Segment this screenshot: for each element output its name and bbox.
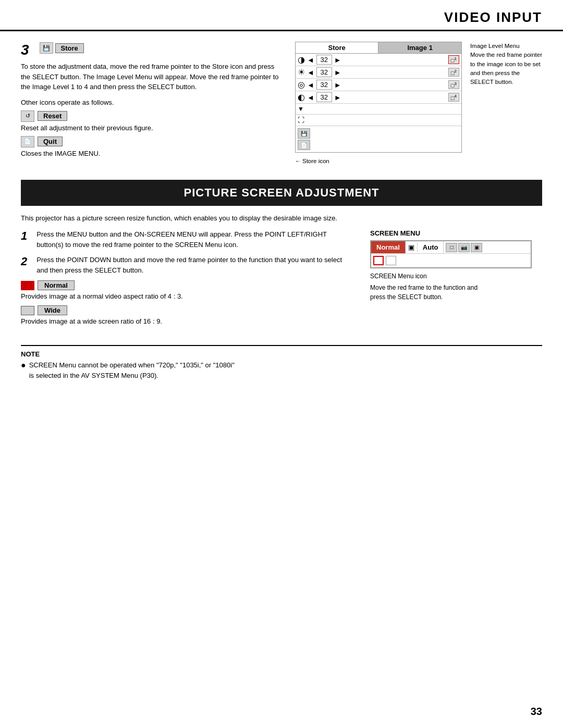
screen-sq-2: [386, 256, 396, 265]
normal-mode-label: Normal: [38, 280, 75, 290]
psa-right: SCREEN MENU Normal ▣ Auto □ 📷 ▣: [370, 229, 542, 329]
arrow-left-4: ◄: [307, 93, 314, 102]
screen-menu-icon-label: SCREEN Menu icon: [370, 272, 542, 281]
wide-mode-row: Wide: [21, 305, 354, 315]
image-menu-down-row: ▼: [296, 104, 461, 115]
bottom-icon-store: 💾: [298, 128, 310, 139]
quit-icon: 📄: [21, 136, 34, 147]
arrow-right-1: ►: [334, 56, 341, 64]
arrow-left-1: ◄: [307, 56, 314, 64]
image-menu-annotation: Image Level MenuMove the red frame point…: [470, 42, 542, 87]
psa-section: PICTURE SCREEN ADJUSTMENT This projector…: [21, 180, 542, 329]
step2-number: 2: [21, 256, 27, 275]
page-header: VIDEO INPUT: [0, 0, 563, 31]
image-menu-area: Store Image 1 ◑ ◄ 32 ► □1 ☀ ◄: [295, 42, 542, 164]
store-icon-annotation: ← Store icon: [295, 158, 462, 164]
color-icon: ◎: [298, 80, 305, 90]
screen-icon-c: ▣: [471, 243, 482, 252]
image-menu-header: Store Image 1: [296, 42, 461, 54]
note-bullet: ●: [21, 360, 26, 370]
image-menu-diagram: Store Image 1 ◑ ◄ 32 ► □1 ☀ ◄: [295, 42, 462, 153]
img-icon-4: □4: [448, 93, 459, 102]
store-icon: 💾: [40, 42, 53, 54]
wide-mode-desc: Provides image at a wide screen ratio of…: [21, 317, 354, 325]
screen-menu-row1: Normal ▣ Auto □ 📷 ▣: [371, 241, 531, 254]
step3-number: 3: [21, 43, 29, 57]
step2-row: 2 Press the POINT DOWN button and move t…: [21, 255, 354, 275]
img-icon-3: □3: [448, 80, 459, 90]
image-menu-annotation-text: Image Level MenuMove the red frame point…: [470, 42, 542, 87]
screen-auto-cell: Auto: [418, 241, 444, 253]
wide-mode-icon: [21, 306, 34, 315]
arrow-right-4: ►: [334, 93, 341, 102]
quit-desc: Closes the IMAGE MENU.: [21, 150, 279, 157]
image-menu-row-2: ☀ ◄ 32 ► □2: [296, 66, 461, 79]
note-item: ● SCREEN Menu cannot be operated when "7…: [21, 360, 542, 380]
psa-title: PICTURE SCREEN ADJUSTMENT: [21, 180, 542, 206]
reset-desc: Reset all adjustment to their previous f…: [21, 124, 279, 132]
img-icon-2: □2: [448, 68, 459, 77]
image-menu-bottom-icons: 💾 📄: [296, 126, 461, 152]
normal-mode-row: Normal: [21, 280, 354, 290]
screen-sq-1: [373, 256, 384, 265]
section-store: 3 💾 Store To store the adjustment data, …: [21, 42, 542, 164]
page-number: 33: [531, 706, 542, 718]
step2-text: Press the POINT DOWN button and move the…: [36, 255, 354, 275]
image-menu-store-header: Store: [296, 42, 379, 53]
tint-icon: ◐: [298, 92, 305, 102]
img-icon-1: □1: [448, 55, 459, 65]
screen-menu-desc-label: Move the red frame to the function andpr…: [370, 283, 542, 302]
normal-mode-icon: [21, 281, 34, 290]
psa-left: 1 Press the MENU button and the ON-SCREE…: [21, 229, 354, 329]
quit-row: 📄 Quit: [21, 136, 279, 147]
quit-label: Quit: [38, 137, 63, 146]
value-2: 32: [316, 67, 332, 77]
arrow-left-3: ◄: [307, 81, 314, 89]
screen-icon-cells: □ 📷 ▣: [444, 242, 484, 253]
note-section: NOTE ● SCREEN Menu cannot be operated wh…: [21, 345, 542, 380]
page-title: VIDEO INPUT: [21, 9, 542, 26]
step3-text: To store the adjustment data, move the r…: [21, 61, 279, 92]
bottom-icon-extra: 📄: [298, 140, 310, 150]
image-menu-diagram-wrapper: Store Image 1 ◑ ◄ 32 ► □1 ☀ ◄: [295, 42, 462, 164]
value-1: 32: [316, 55, 332, 65]
bottom-icon-row-1: 💾: [298, 128, 459, 139]
image-menu-image-header: Image 1: [378, 42, 461, 53]
psa-body: 1 Press the MENU button and the ON-SCREE…: [21, 229, 542, 329]
note-text: SCREEN Menu cannot be operated when "720…: [29, 360, 235, 380]
screen-menu-annotations: SCREEN Menu icon Move the red frame to t…: [370, 272, 542, 302]
reset-label: Reset: [38, 111, 67, 121]
value-4: 32: [316, 92, 332, 102]
store-instructions: 3 💾 Store To store the adjustment data, …: [21, 42, 279, 164]
arrow-pointing-store: ←: [295, 158, 302, 164]
store-icon-label-row: 💾 Store: [40, 42, 84, 54]
image-menu-row-1: ◑ ◄ 32 ► □1: [296, 54, 461, 66]
step1-row: 1 Press the MENU button and the ON-SCREE…: [21, 229, 354, 250]
psa-intro: This projector has a picture screen resi…: [21, 214, 542, 222]
normal-mode-desc: Provides image at a normal video aspect …: [21, 292, 354, 300]
image-menu-sharp-row: ⛶: [296, 115, 461, 126]
arrow-left-2: ◄: [307, 68, 314, 77]
image-menu-row-3: ◎ ◄ 32 ► □3: [296, 79, 461, 91]
value-3: 32: [316, 80, 332, 90]
screen-menu-label: SCREEN MENU: [370, 229, 542, 237]
reset-row: ↺ Reset: [21, 110, 279, 122]
brightness-icon: ☀: [298, 67, 305, 77]
step1-text: Press the MENU button and the ON-SCREEN …: [36, 229, 354, 250]
screen-menu-row2: [371, 254, 531, 267]
contrast-icon: ◑: [298, 55, 305, 65]
step1-number: 1: [21, 230, 27, 250]
screen-expand-icon: ▣: [406, 242, 418, 252]
reset-icon: ↺: [21, 110, 34, 122]
screen-normal-cell: Normal: [371, 241, 406, 253]
store-icon-text: Store icon: [302, 158, 329, 164]
note-title: NOTE: [21, 350, 542, 358]
down-arrow-icon: ▼: [298, 105, 304, 113]
screen-icon-a: □: [446, 243, 457, 252]
sharpness-icon: ⛶: [298, 116, 304, 124]
arrow-right-2: ►: [334, 68, 341, 77]
arrow-right-3: ►: [334, 81, 341, 89]
other-icons-text: Other icons operate as follows.: [21, 98, 279, 106]
bottom-icon-row-2: 📄: [298, 140, 459, 150]
screen-icon-b: 📷: [458, 243, 470, 252]
